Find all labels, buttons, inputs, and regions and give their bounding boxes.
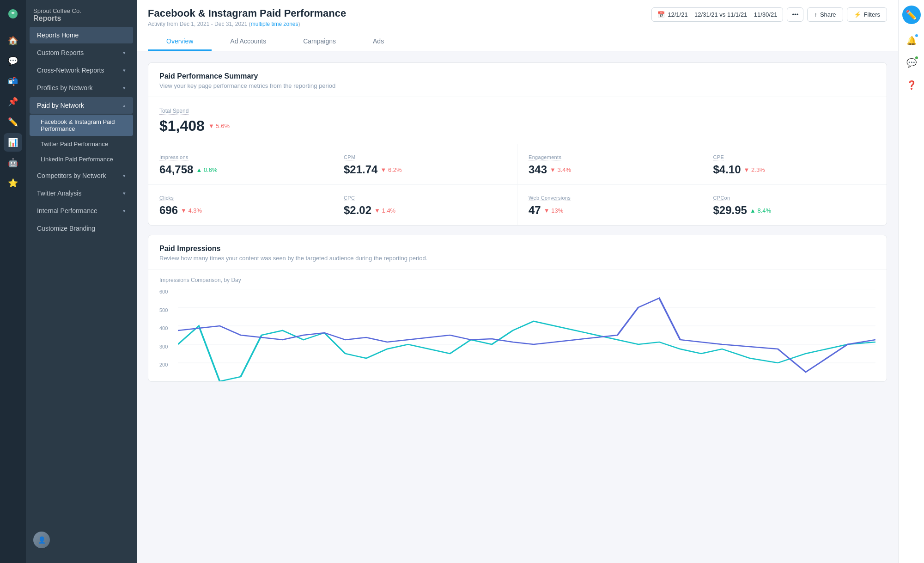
y-label-400: 400 [159,325,168,331]
chevron-down-icon: ▾ [123,208,126,214]
chevron-down-icon: ▾ [123,173,126,179]
metric-web-conversions: Web Conversions 47 ▼ 13% [517,185,702,225]
metric-cpm: CPM $21.74 ▼ 6.2% [333,144,517,185]
sidebar-item-twitter-analysis[interactable]: Twitter Analysis ▾ [30,185,133,202]
sidebar-item-competitors[interactable]: Competitors by Network ▾ [30,167,133,184]
timezone-link[interactable]: multiple time zones [251,21,298,27]
clicks-change: ▼ 4.3% [181,207,202,214]
sidebar-item-cross-network[interactable]: Cross-Network Reports ▾ [30,62,133,79]
header-actions: 📅 12/1/21 – 12/31/21 vs 11/1/21 – 11/30/… [651,7,887,22]
share-button[interactable]: ↑ Share [807,7,843,22]
nav-icon-messages[interactable]: 💬 [4,52,22,70]
user-avatar[interactable]: 👤 [33,532,50,548]
cpcon-change: ▲ 8.4% [750,207,771,214]
tab-ad-accounts[interactable]: Ad Accounts [212,33,285,51]
date-range-button[interactable]: 📅 12/1/21 – 12/31/21 vs 11/1/21 – 11/30/… [651,7,783,22]
notifications-icon[interactable]: 🔔 [902,31,921,50]
y-label-500: 500 [159,307,168,313]
chevron-down-icon: ▾ [123,85,126,91]
metric-cpcon: CPCon $29.95 ▲ 8.4% [702,185,887,225]
tab-campaigns[interactable]: Campaigns [285,33,354,51]
chevron-down-icon: ▾ [123,50,126,56]
sidebar-item-paid-by-network[interactable]: Paid by Network ▴ [30,97,133,114]
cpm-change: ▼ 6.2% [380,166,401,173]
notification-badge [914,33,919,38]
paid-impressions-card: Paid Impressions Review how many times y… [148,235,887,382]
filter-icon: ⚡ [854,11,861,18]
impressions-chart-svg [178,289,875,381]
y-label-300: 300 [159,344,168,349]
impressions-title: Paid Impressions [159,245,875,253]
chart-svg-container [178,289,875,381]
compare-label: vs 11/1/21 – 11/30/21 [719,11,777,18]
sidebar: Sprout Coffee Co. Reports Reports Home C… [26,0,137,563]
more-options-button[interactable]: ••• [787,7,803,22]
tab-ads[interactable]: Ads [354,33,402,51]
sidebar-item-twitter-paid[interactable]: Twitter Paid Performance [30,137,133,151]
main-header: Facebook & Instagram Paid Performance Ac… [137,0,898,51]
total-spend-change: ▼ 5.6% [208,122,230,129]
current-period-line [178,321,875,381]
app-logo [5,6,21,22]
chart-comparison-label: Impressions Comparison, by Day [159,277,875,283]
sidebar-item-custom-reports[interactable]: Custom Reports ▾ [30,44,133,61]
sidebar-brand: Sprout Coffee Co. Reports [26,0,137,26]
metric-cpe: CPE $4.10 ▼ 2.3% [702,144,887,185]
nav-icon-publish[interactable]: 📌 [4,92,22,111]
company-name: Sprout Coffee Co. [33,7,129,14]
total-spend-section: Total Spend $1,408 ▼ 5.6% [148,97,887,144]
content-area: Paid Performance Summary View your key p… [137,51,898,563]
metrics-grid: Impressions 64,758 ▲ 0.6% CPM $21.74 ▼ 6… [148,144,887,225]
nav-icon-star[interactable]: ⭐ [4,174,22,192]
page-subtitle: Activity from Dec 1, 2021 - Dec 31, 2021… [148,21,346,27]
sidebar-item-linkedin-paid[interactable]: LinkedIn Paid Performance [30,152,133,166]
metric-clicks: Clicks 696 ▼ 4.3% [148,185,333,225]
metric-cpc: CPC $2.02 ▼ 1.4% [333,185,517,225]
sidebar-item-profiles-by-network[interactable]: Profiles by Network ▾ [30,80,133,96]
nav-icon-compose[interactable]: ✏️ [4,113,22,131]
help-icon[interactable]: ❓ [902,76,921,94]
chart-section: Impressions Comparison, by Day 600 500 4… [148,269,887,381]
nav-icon-bot[interactable]: 🤖 [4,153,22,172]
share-icon: ↑ [814,11,817,18]
chart-y-axis: 600 500 400 300 200 [159,289,168,367]
summary-title: Paid Performance Summary [159,72,875,80]
chevron-down-icon: ▾ [123,67,126,73]
summary-subtitle: View your key page performance metrics f… [159,82,875,89]
calendar-icon: 📅 [657,11,665,18]
tab-bar: Overview Ad Accounts Campaigns Ads [148,33,887,51]
nav-icon-home[interactable]: 🏠 [4,31,22,50]
metric-impressions: Impressions 64,758 ▲ 0.6% [148,144,333,185]
impressions-subtitle: Review how many times your content was s… [159,255,875,262]
y-label-600: 600 [159,289,168,294]
total-spend-value: $1,408 ▼ 5.6% [159,117,875,135]
summary-card-header: Paid Performance Summary View your key p… [148,63,887,97]
metric-engagements: Engagements 343 ▼ 3.4% [517,144,702,185]
chevron-up-icon: ▴ [123,103,126,109]
main-content: Facebook & Instagram Paid Performance Ac… [137,0,898,563]
cpe-change: ▼ 2.3% [744,166,765,173]
sidebar-item-reports-home[interactable]: Reports Home [30,27,133,43]
tab-overview[interactable]: Overview [148,33,212,51]
metrics-left: Impressions 64,758 ▲ 0.6% CPM $21.74 ▼ 6… [148,144,517,225]
filters-button[interactable]: ⚡ Filters [847,7,887,22]
compose-button[interactable]: ✏️ [902,6,921,24]
sidebar-item-internal-performance[interactable]: Internal Performance ▾ [30,202,133,219]
messages-icon[interactable]: 💬 [902,54,921,72]
messages-badge [914,55,919,60]
impressions-card-header: Paid Impressions Review how many times y… [148,235,887,269]
nav-icon-inbox[interactable]: 📬 [4,72,22,91]
date-range-label: 12/1/21 – 12/31/21 vs 11/1/21 – 11/30/21 [668,11,777,18]
engagements-change: ▼ 3.4% [550,166,571,173]
nav-icon-reports[interactable]: 📊 [4,133,22,152]
cpc-change: ▼ 1.4% [374,207,395,214]
chevron-down-icon: ▾ [123,190,126,196]
metrics-right: Engagements 343 ▼ 3.4% CPE $4.10 ▼ 2.3% [517,144,887,225]
right-icon-rail: ✏️ 🔔 💬 ❓ [898,0,924,563]
previous-period-line [178,298,875,372]
total-spend-label: Total Spend [159,108,188,115]
chart-area: 600 500 400 300 200 [159,289,875,381]
left-icon-rail: 🏠 💬 📬 📌 ✏️ 📊 🤖 ⭐ [0,0,26,563]
sidebar-item-customize-branding[interactable]: Customize Branding [30,220,133,237]
sidebar-item-fb-ig-paid[interactable]: Facebook & Instagram Paid Performance [30,115,133,136]
